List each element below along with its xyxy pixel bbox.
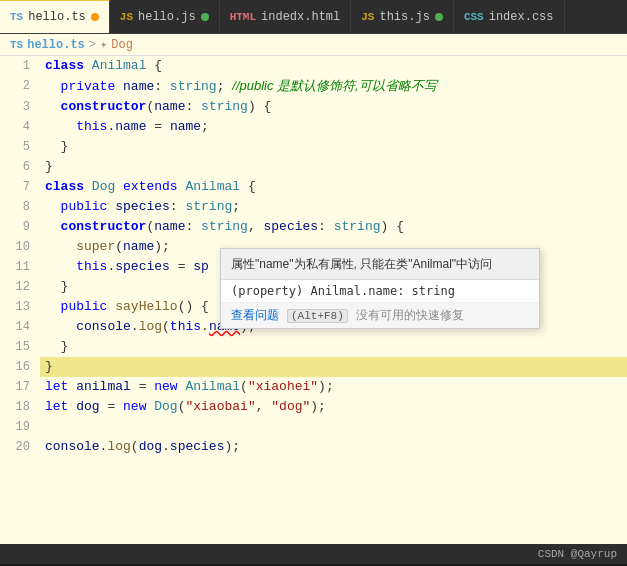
breadcrumb: TS hello.ts > ✦ Dog bbox=[0, 34, 627, 56]
tab-filename-hello-ts: hello.ts bbox=[28, 10, 86, 24]
tab-dot-hello-ts bbox=[91, 13, 99, 21]
line-num-10: 10 bbox=[0, 237, 40, 257]
line-content-6: } bbox=[40, 157, 627, 177]
tab-filename-indedx-html: indedx.html bbox=[261, 10, 340, 24]
tab-filename-hello-js: hello.js bbox=[138, 10, 196, 24]
line-num-16: 16 bbox=[0, 357, 40, 377]
tab-this-js[interactable]: JS this.js bbox=[351, 0, 454, 34]
code-line-15: 15 } bbox=[0, 337, 627, 357]
tooltip-action-line[interactable]: 查看问题 (Alt+F8) 没有可用的快速修复 bbox=[221, 303, 539, 328]
line-num-3: 3 bbox=[0, 97, 40, 117]
line-num-14: 14 bbox=[0, 317, 40, 337]
line-content-17: let anilmal = new Anilmal("xiaohei"); bbox=[40, 377, 627, 397]
breadcrumb-sep: > bbox=[89, 38, 96, 52]
line-content-15: } bbox=[40, 337, 627, 357]
line-content-7: class Dog extends Anilmal { bbox=[40, 177, 627, 197]
tab-filename-this-js: this.js bbox=[379, 10, 429, 24]
tab-dot-hello-js bbox=[201, 13, 209, 21]
line-num-6: 6 bbox=[0, 157, 40, 177]
line-content-8: public species: string; bbox=[40, 197, 627, 217]
footer-credit: CSDN @Qayrup bbox=[538, 548, 617, 560]
breadcrumb-icon: ✦ bbox=[100, 37, 107, 52]
error-tooltip: 属性"name"为私有属性, 只能在类"Anilmal"中访问 (propert… bbox=[220, 248, 540, 329]
no-fix-label: 没有可用的快速修复 bbox=[356, 307, 464, 324]
code-line-2: 2 private name: string; //public 是默认修饰符,… bbox=[0, 76, 627, 97]
line-num-17: 17 bbox=[0, 377, 40, 397]
line-num-7: 7 bbox=[0, 177, 40, 197]
code-line-5: 5 } bbox=[0, 137, 627, 157]
line-num-13: 13 bbox=[0, 297, 40, 317]
line-content-20: console.log(dog.species); bbox=[40, 437, 627, 457]
line-content-9: constructor(name: string, species: strin… bbox=[40, 217, 627, 237]
code-line-19: 19 bbox=[0, 417, 627, 437]
line-content-16: } bbox=[40, 357, 627, 377]
code-line-4: 4 this.name = name; bbox=[0, 117, 627, 137]
line-num-5: 5 bbox=[0, 137, 40, 157]
tooltip-shortcut: (Alt+F8) bbox=[287, 309, 348, 323]
line-num-9: 9 bbox=[0, 217, 40, 237]
tab-lang-ts: TS bbox=[10, 11, 23, 23]
line-content-4: this.name = name; bbox=[40, 117, 627, 137]
line-content-1: class Anilmal { bbox=[40, 56, 627, 76]
breadcrumb-lang: TS bbox=[10, 39, 23, 51]
tab-lang-js: JS bbox=[120, 11, 133, 23]
code-line-9: 9 constructor(name: string, species: str… bbox=[0, 217, 627, 237]
line-content-2: private name: string; //public 是默认修饰符,可以… bbox=[40, 76, 627, 97]
line-num-20: 20 bbox=[0, 437, 40, 457]
breadcrumb-class[interactable]: Dog bbox=[111, 38, 133, 52]
line-num-12: 12 bbox=[0, 277, 40, 297]
tab-filename-index-css: index.css bbox=[489, 10, 554, 24]
code-editor[interactable]: 1 class Anilmal { 2 private name: string… bbox=[0, 56, 627, 544]
code-line-17: 17 let anilmal = new Anilmal("xiaohei"); bbox=[0, 377, 627, 397]
line-content-5: } bbox=[40, 137, 627, 157]
line-num-11: 11 bbox=[0, 257, 40, 277]
footer: CSDN @Qayrup bbox=[0, 544, 627, 564]
line-content-3: constructor(name: string) { bbox=[40, 97, 627, 117]
breadcrumb-file[interactable]: hello.ts bbox=[27, 38, 85, 52]
line-content-18: let dog = new Dog("xiaobai", "dog"); bbox=[40, 397, 627, 417]
line-content-19 bbox=[40, 417, 627, 437]
tab-lang-css: CSS bbox=[464, 11, 484, 23]
code-line-3: 3 constructor(name: string) { bbox=[0, 97, 627, 117]
view-problem-link[interactable]: 查看问题 bbox=[231, 307, 279, 324]
tab-dot-this-js bbox=[435, 13, 443, 21]
tooltip-header: 属性"name"为私有属性, 只能在类"Anilmal"中访问 bbox=[221, 249, 539, 280]
line-num-1: 1 bbox=[0, 56, 40, 76]
tooltip-property: (property) Anilmal.name: string bbox=[221, 280, 539, 303]
line-num-15: 15 bbox=[0, 337, 40, 357]
line-num-18: 18 bbox=[0, 397, 40, 417]
line-num-2: 2 bbox=[0, 76, 40, 97]
code-line-7: 7 class Dog extends Anilmal { bbox=[0, 177, 627, 197]
tab-lang-html: HTML bbox=[230, 11, 256, 23]
code-line-16: 16 } bbox=[0, 357, 627, 377]
code-line-18: 18 let dog = new Dog("xiaobai", "dog"); bbox=[0, 397, 627, 417]
line-num-19: 19 bbox=[0, 417, 40, 437]
code-line-1: 1 class Anilmal { bbox=[0, 56, 627, 76]
tab-hello-js[interactable]: JS hello.js bbox=[110, 0, 220, 34]
code-line-8: 8 public species: string; bbox=[0, 197, 627, 217]
code-line-20: 20 console.log(dog.species); bbox=[0, 437, 627, 457]
tab-lang-js2: JS bbox=[361, 11, 374, 23]
line-num-8: 8 bbox=[0, 197, 40, 217]
tab-index-css[interactable]: CSS index.css bbox=[454, 0, 565, 34]
tab-hello-ts[interactable]: TS hello.ts bbox=[0, 0, 110, 34]
tab-bar: TS hello.ts JS hello.js HTML indedx.html… bbox=[0, 0, 627, 34]
code-line-6: 6 } bbox=[0, 157, 627, 177]
tab-indedx-html[interactable]: HTML indedx.html bbox=[220, 0, 352, 34]
line-num-4: 4 bbox=[0, 117, 40, 137]
